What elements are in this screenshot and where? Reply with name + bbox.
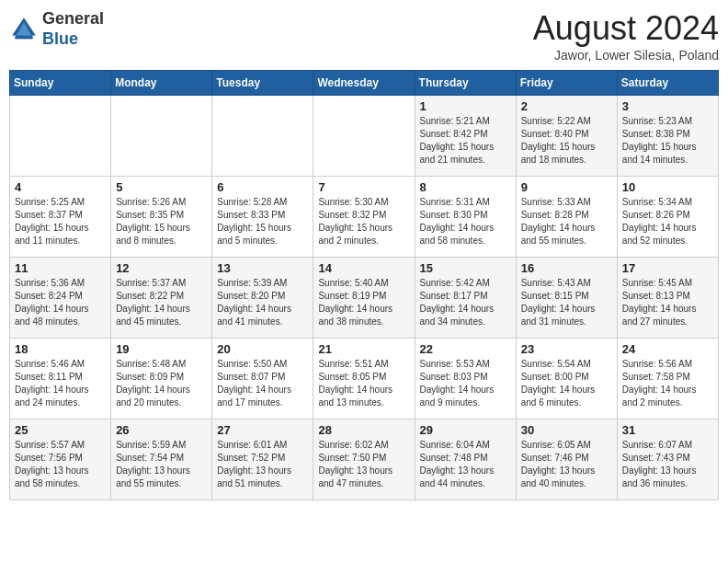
header-wednesday: Wednesday — [313, 71, 415, 96]
header-saturday: Saturday — [617, 71, 718, 96]
day-number: 4 — [15, 180, 106, 194]
day-content: Sunrise: 5:23 AM Sunset: 8:38 PM Dayligh… — [622, 115, 713, 167]
calendar-cell: 27Sunrise: 6:01 AM Sunset: 7:52 PM Dayli… — [212, 419, 313, 500]
day-number: 18 — [15, 342, 106, 356]
calendar-cell: 26Sunrise: 5:59 AM Sunset: 7:54 PM Dayli… — [111, 419, 212, 500]
day-content: Sunrise: 5:45 AM Sunset: 8:13 PM Dayligh… — [622, 277, 713, 328]
calendar-cell — [313, 96, 415, 177]
day-number: 17 — [622, 261, 713, 275]
title-block: August 2024 Jawor, Lower Silesia, Poland — [533, 9, 719, 63]
calendar-cell: 25Sunrise: 5:57 AM Sunset: 7:56 PM Dayli… — [10, 419, 111, 500]
calendar-cell — [111, 96, 212, 177]
calendar-cell: 23Sunrise: 5:54 AM Sunset: 8:00 PM Dayli… — [516, 339, 617, 419]
calendar-week-row: 1Sunrise: 5:21 AM Sunset: 8:42 PM Daylig… — [10, 96, 719, 177]
day-content: Sunrise: 5:56 AM Sunset: 7:58 PM Dayligh… — [622, 358, 713, 409]
calendar-week-row: 11Sunrise: 5:36 AM Sunset: 8:24 PM Dayli… — [10, 258, 719, 339]
day-content: Sunrise: 5:53 AM Sunset: 8:03 PM Dayligh… — [420, 358, 511, 409]
calendar-cell: 10Sunrise: 5:34 AM Sunset: 8:26 PM Dayli… — [617, 177, 718, 258]
header-friday: Friday — [516, 71, 617, 96]
calendar-cell: 6Sunrise: 5:28 AM Sunset: 8:33 PM Daylig… — [212, 177, 313, 258]
day-number: 2 — [521, 99, 612, 113]
day-content: Sunrise: 5:22 AM Sunset: 8:40 PM Dayligh… — [521, 115, 612, 167]
day-number: 14 — [318, 261, 409, 275]
day-content: Sunrise: 6:05 AM Sunset: 7:46 PM Dayligh… — [521, 439, 612, 490]
day-number: 31 — [622, 423, 713, 437]
day-number: 24 — [622, 342, 713, 356]
calendar-cell: 8Sunrise: 5:31 AM Sunset: 8:30 PM Daylig… — [415, 177, 516, 258]
calendar-cell: 12Sunrise: 5:37 AM Sunset: 8:22 PM Dayli… — [111, 258, 212, 339]
day-number: 7 — [318, 180, 409, 194]
day-number: 30 — [521, 423, 612, 437]
day-content: Sunrise: 5:48 AM Sunset: 8:09 PM Dayligh… — [116, 358, 207, 409]
day-content: Sunrise: 5:26 AM Sunset: 8:35 PM Dayligh… — [116, 196, 207, 247]
calendar-cell: 28Sunrise: 6:02 AM Sunset: 7:50 PM Dayli… — [313, 419, 415, 500]
calendar-cell: 7Sunrise: 5:30 AM Sunset: 8:32 PM Daylig… — [313, 177, 415, 258]
calendar-week-row: 18Sunrise: 5:46 AM Sunset: 8:11 PM Dayli… — [10, 339, 719, 419]
logo-icon — [9, 15, 39, 44]
day-number: 10 — [622, 180, 713, 194]
calendar-cell: 11Sunrise: 5:36 AM Sunset: 8:24 PM Dayli… — [10, 258, 111, 339]
page-header: General Blue August 2024 Jawor, Lower Si… — [9, 9, 719, 63]
day-content: Sunrise: 5:40 AM Sunset: 8:19 PM Dayligh… — [318, 277, 409, 328]
day-content: Sunrise: 5:36 AM Sunset: 8:24 PM Dayligh… — [15, 277, 106, 328]
day-content: Sunrise: 5:50 AM Sunset: 8:07 PM Dayligh… — [217, 358, 308, 409]
calendar-cell: 18Sunrise: 5:46 AM Sunset: 8:11 PM Dayli… — [10, 339, 111, 419]
calendar-cell: 14Sunrise: 5:40 AM Sunset: 8:19 PM Dayli… — [313, 258, 415, 339]
header-monday: Monday — [111, 71, 212, 96]
calendar-cell — [212, 96, 313, 177]
day-content: Sunrise: 5:21 AM Sunset: 8:42 PM Dayligh… — [420, 115, 511, 167]
calendar-table: SundayMondayTuesdayWednesdayThursdayFrid… — [9, 70, 719, 500]
day-number: 29 — [420, 423, 511, 437]
day-number: 6 — [217, 180, 308, 194]
calendar-cell: 9Sunrise: 5:33 AM Sunset: 8:28 PM Daylig… — [516, 177, 617, 258]
day-content: Sunrise: 6:02 AM Sunset: 7:50 PM Dayligh… — [318, 439, 409, 490]
header-sunday: Sunday — [10, 71, 111, 96]
calendar-cell: 30Sunrise: 6:05 AM Sunset: 7:46 PM Dayli… — [516, 419, 617, 500]
day-number: 9 — [521, 180, 612, 194]
calendar-cell: 29Sunrise: 6:04 AM Sunset: 7:48 PM Dayli… — [415, 419, 516, 500]
calendar-cell: 2Sunrise: 5:22 AM Sunset: 8:40 PM Daylig… — [516, 96, 617, 177]
day-content: Sunrise: 5:46 AM Sunset: 8:11 PM Dayligh… — [15, 358, 106, 409]
calendar-cell: 21Sunrise: 5:51 AM Sunset: 8:05 PM Dayli… — [313, 339, 415, 419]
day-number: 15 — [420, 261, 511, 275]
day-number: 5 — [116, 180, 207, 194]
calendar-cell: 13Sunrise: 5:39 AM Sunset: 8:20 PM Dayli… — [212, 258, 313, 339]
day-content: Sunrise: 5:51 AM Sunset: 8:05 PM Dayligh… — [318, 358, 409, 409]
day-content: Sunrise: 5:37 AM Sunset: 8:22 PM Dayligh… — [116, 277, 207, 328]
calendar-cell: 3Sunrise: 5:23 AM Sunset: 8:38 PM Daylig… — [617, 96, 718, 177]
day-number: 1 — [420, 99, 511, 113]
day-number: 19 — [116, 342, 207, 356]
day-number: 16 — [521, 261, 612, 275]
day-number: 21 — [318, 342, 409, 356]
day-number: 28 — [318, 423, 409, 437]
day-number: 22 — [420, 342, 511, 356]
day-content: Sunrise: 6:04 AM Sunset: 7:48 PM Dayligh… — [420, 439, 511, 490]
day-content: Sunrise: 5:59 AM Sunset: 7:54 PM Dayligh… — [116, 439, 207, 490]
day-content: Sunrise: 5:54 AM Sunset: 8:00 PM Dayligh… — [521, 358, 612, 409]
header-tuesday: Tuesday — [212, 71, 313, 96]
day-content: Sunrise: 5:43 AM Sunset: 8:15 PM Dayligh… — [521, 277, 612, 328]
calendar-cell: 22Sunrise: 5:53 AM Sunset: 8:03 PM Dayli… — [415, 339, 516, 419]
day-number: 13 — [217, 261, 308, 275]
day-content: Sunrise: 6:07 AM Sunset: 7:43 PM Dayligh… — [622, 439, 713, 490]
calendar-cell — [10, 96, 111, 177]
day-content: Sunrise: 5:39 AM Sunset: 8:20 PM Dayligh… — [217, 277, 308, 328]
calendar-cell: 16Sunrise: 5:43 AM Sunset: 8:15 PM Dayli… — [516, 258, 617, 339]
day-content: Sunrise: 5:33 AM Sunset: 8:28 PM Dayligh… — [521, 196, 612, 247]
day-content: Sunrise: 5:34 AM Sunset: 8:26 PM Dayligh… — [622, 196, 713, 247]
calendar-cell: 24Sunrise: 5:56 AM Sunset: 7:58 PM Dayli… — [617, 339, 718, 419]
day-number: 25 — [15, 423, 106, 437]
calendar-header-row: SundayMondayTuesdayWednesdayThursdayFrid… — [10, 71, 719, 96]
calendar-week-row: 4Sunrise: 5:25 AM Sunset: 8:37 PM Daylig… — [10, 177, 719, 258]
day-content: Sunrise: 5:25 AM Sunset: 8:37 PM Dayligh… — [15, 196, 106, 247]
day-number: 11 — [15, 261, 106, 275]
day-content: Sunrise: 6:01 AM Sunset: 7:52 PM Dayligh… — [217, 439, 308, 490]
header-thursday: Thursday — [415, 71, 516, 96]
day-content: Sunrise: 5:42 AM Sunset: 8:17 PM Dayligh… — [420, 277, 511, 328]
day-number: 23 — [521, 342, 612, 356]
calendar-cell: 15Sunrise: 5:42 AM Sunset: 8:17 PM Dayli… — [415, 258, 516, 339]
day-number: 12 — [116, 261, 207, 275]
svg-rect-2 — [15, 35, 32, 39]
calendar-cell: 5Sunrise: 5:26 AM Sunset: 8:35 PM Daylig… — [111, 177, 212, 258]
logo-text: General Blue — [42, 9, 104, 49]
